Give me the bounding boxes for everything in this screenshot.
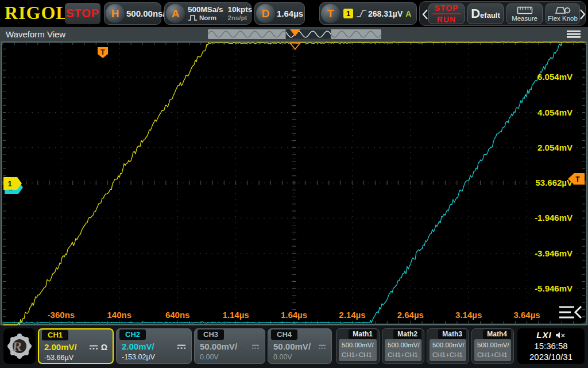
math3-tab: Math3 bbox=[438, 329, 466, 339]
channel-card-ch1[interactable]: CH1 2.00mV/ Ω -53.66µV bbox=[38, 328, 114, 364]
bottom-status-bar: R CH1 2.00mV/ Ω -53.66µV CH2 2.00mV/ -15… bbox=[0, 325, 588, 368]
ch4-scale: 50.00mV/ bbox=[273, 342, 311, 351]
ch4-offset: 0.00V bbox=[273, 353, 292, 361]
measure-button[interactable]: Measure bbox=[506, 3, 543, 24]
math4-tab: Math4 bbox=[483, 329, 511, 339]
default-rest: efault bbox=[480, 11, 500, 20]
math1-scale: 500.00mV/ bbox=[342, 340, 374, 350]
svg-text:1.14µs: 1.14µs bbox=[223, 310, 249, 320]
delay-value: 1.64µs bbox=[277, 9, 303, 18]
gear-icon: R bbox=[5, 331, 34, 361]
lxi-label: LXI bbox=[536, 330, 551, 340]
dc-coupling-icon bbox=[318, 344, 326, 350]
run-stop-button[interactable]: STOP RUN bbox=[428, 3, 465, 24]
ruler-icon bbox=[517, 6, 533, 14]
math3-card[interactable]: Math3 500.00mV/ CH1+CH1 bbox=[427, 328, 469, 364]
math1-tab: Math1 bbox=[349, 329, 377, 339]
svg-text:-1.946mV: -1.946mV bbox=[535, 213, 572, 223]
waveform-display-area: -360ns140ns640ns1.14µs1.64µs2.14µs2.64µs… bbox=[0, 41, 588, 325]
channel-card-ch3[interactable]: CH3 50.00mV/ 0.00V bbox=[194, 328, 265, 364]
speaker-muted-icon bbox=[555, 331, 566, 339]
memory-depth: 10kpts bbox=[228, 5, 253, 14]
scroll-right-icon[interactable] bbox=[579, 9, 586, 20]
time-axis-labels: -360ns140ns640ns1.14µs1.64µs2.14µs2.64µs… bbox=[48, 310, 540, 320]
math4-scale: 500.00mV/ bbox=[477, 340, 508, 350]
svg-text:-360ns: -360ns bbox=[48, 310, 75, 320]
h-badge: H bbox=[106, 4, 125, 23]
math4-card[interactable]: Math4 500.00mV/ CH1+CH1 bbox=[471, 328, 514, 364]
svg-text:140ns: 140ns bbox=[107, 310, 132, 320]
sample-resolution: 2ns/pt bbox=[228, 14, 253, 22]
svg-text:2.054mV: 2.054mV bbox=[537, 143, 572, 152]
top-toolbar: RIGOL STOP H 500.00ns/ A 500MSa/s Norm 1… bbox=[0, 0, 588, 27]
quick-buttons-group: STOP RUN D efault Measure Flex Knob bbox=[419, 1, 586, 26]
ch3-scale: 50.00mV/ bbox=[200, 342, 237, 351]
math1-expression: CH1+CH1 bbox=[342, 350, 374, 360]
trigger-source-badge: 1 bbox=[343, 9, 353, 18]
ch1-offset: -53.66µV bbox=[44, 354, 74, 362]
a-badge: A bbox=[166, 4, 185, 23]
waveform-scrollbar[interactable] bbox=[208, 29, 381, 39]
pulse-icon bbox=[188, 14, 198, 21]
acquisition-status-badge: STOP bbox=[65, 3, 100, 24]
sample-rate: 500MSa/s bbox=[188, 5, 223, 14]
waveform-plot: -360ns140ns640ns1.14µs1.64µs2.14µs2.64µs… bbox=[0, 41, 588, 325]
math2-scale: 500.00mV/ bbox=[388, 340, 419, 350]
svg-text:2.64µs: 2.64µs bbox=[397, 310, 424, 320]
acquire-pill[interactable]: A 500MSa/s Norm 10kpts 2ns/pt bbox=[164, 2, 252, 25]
svg-text:2.14µs: 2.14µs bbox=[339, 310, 365, 320]
ch1-tab: CH1 bbox=[42, 330, 68, 340]
ch3-offset: 0.00V bbox=[200, 353, 219, 361]
dc-coupling-icon bbox=[252, 344, 260, 350]
t-badge: T bbox=[321, 4, 340, 23]
svg-text:T: T bbox=[575, 175, 580, 183]
system-time: 15:36:58 bbox=[534, 340, 567, 351]
math1-card[interactable]: Math1 500.00mV/ CH1+CH1 bbox=[336, 328, 380, 364]
trigger-level-value: 268.31µV bbox=[368, 9, 403, 18]
menu-icon[interactable] bbox=[566, 30, 581, 39]
scroll-left-icon[interactable] bbox=[421, 9, 428, 20]
svg-text:-3.946mV: -3.946mV bbox=[535, 248, 572, 258]
math2-tab: Math2 bbox=[393, 329, 421, 339]
rising-edge-icon bbox=[356, 9, 367, 18]
math3-expression: CH1+CH1 bbox=[432, 350, 463, 360]
rigol-logo: RIGOL bbox=[5, 2, 69, 24]
horizontal-scale-value: 500.00ns/ bbox=[126, 9, 165, 18]
svg-text:3.64µs: 3.64µs bbox=[514, 310, 540, 320]
menu-expand-icon[interactable] bbox=[557, 304, 585, 322]
svg-text:1: 1 bbox=[7, 179, 11, 188]
system-status-card[interactable]: LXI 15:36:58 2023/10/31 bbox=[517, 328, 585, 364]
trigger-sweep-mode: A bbox=[405, 9, 411, 18]
horizontal-scale-pill[interactable]: H 500.00ns/ bbox=[104, 2, 161, 25]
page-title: Waveform View bbox=[6, 27, 65, 41]
ch4-tab: CH4 bbox=[271, 329, 297, 340]
d-badge: D bbox=[256, 4, 275, 23]
acquire-mode: Norm bbox=[199, 14, 216, 22]
ch3-tab: CH3 bbox=[198, 329, 224, 340]
math3-scale: 500.00mV/ bbox=[432, 340, 463, 350]
dc-coupling-icon bbox=[177, 344, 186, 350]
math2-expression: CH1+CH1 bbox=[388, 350, 419, 360]
ch2-tab: CH2 bbox=[119, 329, 146, 340]
dc-coupling-icon bbox=[89, 344, 98, 350]
math4-expression: CH1+CH1 bbox=[477, 350, 508, 360]
svg-text:1.64µs: 1.64µs bbox=[281, 310, 307, 320]
flex-knob-label: Flex Knob bbox=[548, 15, 578, 22]
rigol-gear-logo[interactable]: R bbox=[3, 328, 36, 364]
svg-text:3.14µs: 3.14µs bbox=[455, 310, 482, 320]
svg-text:4.054mV: 4.054mV bbox=[537, 108, 572, 117]
flex-knob-button[interactable]: Flex Knob bbox=[546, 3, 580, 24]
svg-text:-5.946mV: -5.946mV bbox=[535, 283, 572, 293]
ch1-impedance: Ω bbox=[101, 343, 107, 352]
ch1-scale: 2.00mV/ bbox=[44, 342, 77, 352]
ch2-offset: -153.02µV bbox=[122, 353, 155, 361]
measure-label: Measure bbox=[512, 15, 537, 22]
default-button[interactable]: D efault bbox=[467, 3, 504, 24]
delay-pill[interactable]: D 1.64µs bbox=[254, 2, 305, 25]
math2-card[interactable]: Math2 500.00mV/ CH1+CH1 bbox=[382, 328, 424, 364]
channel-card-ch4[interactable]: CH4 50.00mV/ 0.00V bbox=[268, 328, 332, 364]
svg-text:T: T bbox=[100, 48, 105, 56]
trigger-pill[interactable]: T 1 268.31µV A bbox=[319, 2, 417, 25]
channel-card-ch2[interactable]: CH2 2.00mV/ -153.02µV bbox=[116, 328, 192, 364]
waveform-view-header: Waveform View bbox=[0, 27, 588, 41]
